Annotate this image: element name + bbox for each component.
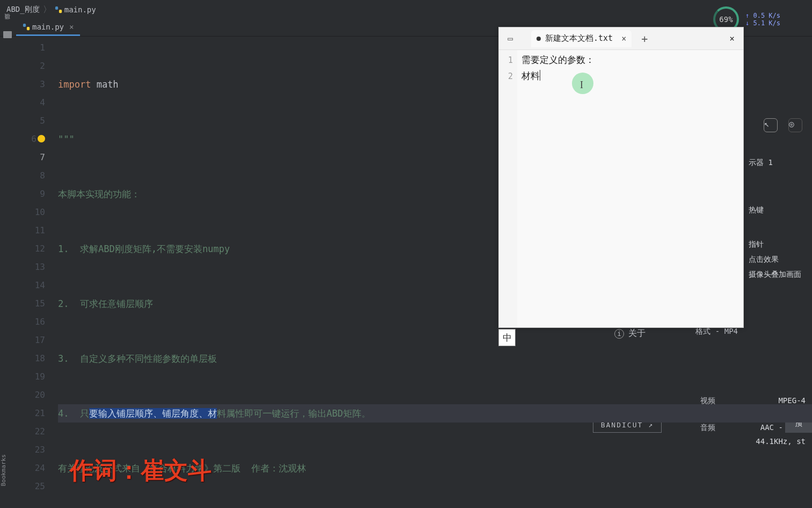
np-line-1: 需要定义的参数：: [521, 52, 739, 68]
ln: 16: [15, 313, 45, 331]
notepad-text-area[interactable]: 需要定义的参数： 材料 I: [517, 50, 743, 327]
ln: 18: [15, 349, 45, 368]
svg-rect-0: [55, 6, 58, 10]
notepad-close-icon[interactable]: ×: [721, 33, 743, 44]
net-stats: 0.5 K/s 5.1 K/s: [745, 12, 780, 27]
text-caret: [540, 70, 540, 81]
bookmarks-rail[interactable]: Bookmarks: [0, 454, 13, 486]
line-gutter: 1 2 3 4 5 6 7 8 9 10 11 12 13 14 15 16 1…: [15, 37, 58, 508]
svg-rect-2: [23, 24, 26, 27]
ln: 19: [15, 368, 45, 386]
notepad-tab-close-icon[interactable]: ×: [621, 34, 626, 44]
python-file-icon: [55, 6, 62, 13]
breadcrumb-sep: 〉: [43, 4, 52, 16]
unsaved-dot-icon: [536, 37, 541, 41]
ln: 22: [15, 423, 45, 441]
notepad-window[interactable]: ▭ 新建文本文档.txt × + × 12 需要定义的参数： 材料 I: [498, 27, 744, 328]
text-cursor-icon: I: [580, 77, 583, 93]
ln: 6: [15, 130, 45, 148]
net-down: 5.1 K/s: [745, 19, 780, 27]
tab-close-icon[interactable]: ×: [69, 23, 74, 31]
ln: 15: [15, 295, 45, 313]
ln: 2: [15, 57, 45, 75]
breadcrumb-file[interactable]: main.py: [64, 5, 96, 14]
python-file-icon: [23, 23, 30, 31]
ln: 20: [15, 386, 45, 404]
tab-label: main.py: [32, 23, 64, 31]
ln: 3: [15, 75, 45, 94]
ln: 13: [15, 258, 45, 276]
left-tool-rail[interactable]: 项目: [0, 19, 15, 52]
lyric-overlay-1: 作词：崔文斗: [70, 455, 212, 486]
ln: 21: [15, 404, 45, 423]
lightbulb-icon[interactable]: [38, 135, 45, 142]
svg-rect-3: [27, 27, 30, 30]
ln: 5: [15, 112, 45, 130]
notepad-titlebar[interactable]: ▭ 新建文本文档.txt × + ×: [499, 27, 743, 50]
ln: 14: [15, 276, 45, 295]
tab-main-py[interactable]: main.py ×: [16, 19, 80, 36]
net-up: 0.5 K/s: [745, 12, 780, 19]
ime-indicator[interactable]: 中: [498, 329, 516, 346]
ln: 10: [15, 203, 45, 221]
breadcrumb-bar: ABD_刚度 〉 main.py: [0, 0, 812, 19]
ln: 12: [15, 240, 45, 258]
folder-icon[interactable]: [3, 31, 12, 38]
ln: 25: [15, 477, 45, 496]
notepad-tab-title: 新建文本文档.txt: [545, 33, 613, 44]
svg-rect-1: [59, 10, 62, 13]
ln: 9: [15, 185, 45, 203]
notepad-gutter: 12: [499, 50, 517, 327]
ln: 23: [15, 441, 45, 459]
ln: 8: [15, 167, 45, 185]
np-line-2: 材料: [521, 68, 739, 84]
ln: 4: [15, 94, 45, 112]
ln: 17: [15, 331, 45, 349]
notepad-body[interactable]: 12 需要定义的参数： 材料 I: [499, 50, 743, 327]
breadcrumb-project[interactable]: ABD_刚度: [6, 5, 40, 15]
ln: 24: [15, 459, 45, 477]
ln: 11: [15, 221, 45, 240]
ln: 1: [15, 39, 45, 57]
ln-active: 7: [15, 148, 45, 167]
notepad-app-icon: ▭: [499, 33, 521, 44]
notepad-add-tab-icon[interactable]: +: [641, 32, 648, 45]
notepad-tab[interactable]: 新建文本文档.txt ×: [531, 30, 632, 47]
rail-bookmarks-label[interactable]: Bookmarks: [0, 454, 7, 486]
